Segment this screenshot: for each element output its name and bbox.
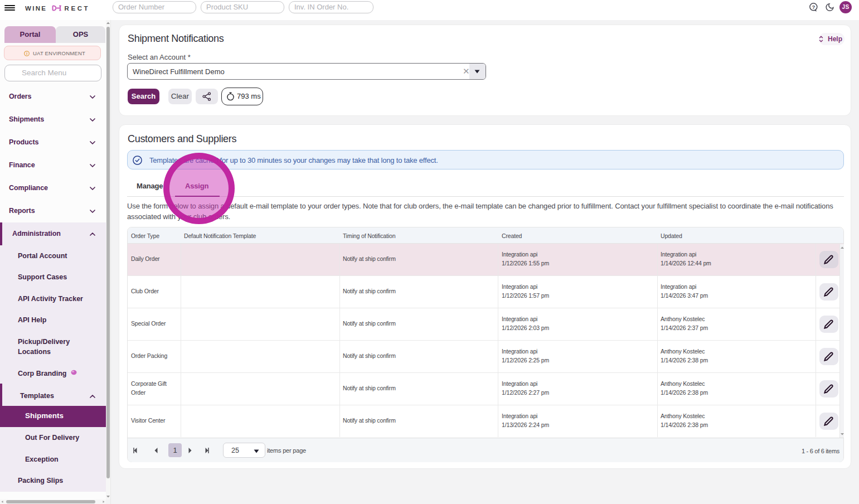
svg-text:?: ? [812, 4, 815, 10]
svg-text:WINE: WINE [25, 5, 47, 12]
svg-text:RECT: RECT [65, 5, 90, 12]
